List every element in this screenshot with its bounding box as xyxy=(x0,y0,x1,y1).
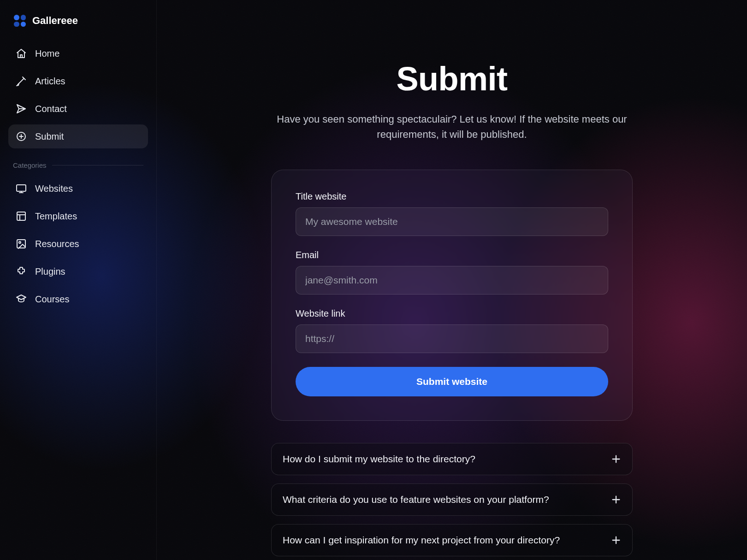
sidebar-item-submit[interactable]: Submit xyxy=(8,124,148,148)
templates-icon xyxy=(16,211,27,222)
faq-question: How can I get inspiration for my next pr… xyxy=(283,535,560,546)
svg-point-4 xyxy=(19,242,21,243)
submit-icon xyxy=(16,131,27,142)
sidebar-item-websites[interactable]: Websites xyxy=(8,177,148,200)
email-input[interactable] xyxy=(296,266,608,295)
courses-icon xyxy=(16,294,27,305)
faq-item[interactable]: What criteria do you use to feature webs… xyxy=(271,483,633,516)
sidebar-item-label: Websites xyxy=(35,183,73,194)
sidebar-item-label: Resources xyxy=(35,239,79,249)
plus-icon xyxy=(611,454,621,464)
brand-name: Gallereee xyxy=(32,15,78,27)
sidebar-item-label: Courses xyxy=(35,294,69,305)
sidebar-item-label: Plugins xyxy=(35,266,65,277)
submit-button[interactable]: Submit website xyxy=(296,367,608,396)
sidebar-item-contact[interactable]: Contact xyxy=(8,97,148,121)
sidebar-item-articles[interactable]: Articles xyxy=(8,69,148,93)
faq-question: What criteria do you use to feature webs… xyxy=(283,494,549,505)
sidebar-item-home[interactable]: Home xyxy=(8,41,148,65)
svg-rect-1 xyxy=(17,185,26,191)
faq-list: How do I submit my website to the direct… xyxy=(271,443,633,556)
sidebar-item-resources[interactable]: Resources xyxy=(8,232,148,256)
articles-icon xyxy=(16,76,27,87)
sidebar-item-label: Contact xyxy=(35,104,67,114)
link-input[interactable] xyxy=(296,324,608,353)
page-title: Submit xyxy=(397,60,508,98)
submit-form-card: Title website Email Website link Submit … xyxy=(271,170,633,421)
sidebar-categories-header: Categories xyxy=(8,152,148,173)
plus-icon xyxy=(611,535,621,545)
home-icon xyxy=(16,48,27,59)
brand-logo-icon xyxy=(14,15,26,27)
contact-icon xyxy=(16,103,27,114)
svg-rect-2 xyxy=(17,212,25,220)
sidebar-item-courses[interactable]: Courses xyxy=(8,287,148,311)
page-subtitle: Have you seen something spectaculair? Le… xyxy=(272,112,632,142)
sidebar-categories-label: Categories xyxy=(13,161,47,169)
resources-icon xyxy=(16,238,27,249)
faq-question: How do I submit my website to the direct… xyxy=(283,454,475,465)
sidebar-item-label: Home xyxy=(35,48,59,59)
email-label: Email xyxy=(296,250,608,260)
sidebar-item-label: Submit xyxy=(35,131,64,142)
svg-rect-3 xyxy=(17,240,25,248)
sidebar-item-label: Articles xyxy=(35,76,65,87)
plugins-icon xyxy=(16,266,27,277)
sidebar-item-label: Templates xyxy=(35,211,77,222)
websites-icon xyxy=(16,183,27,194)
faq-item[interactable]: How can I get inspiration for my next pr… xyxy=(271,524,633,556)
link-label: Website link xyxy=(296,308,608,319)
title-input[interactable] xyxy=(296,207,608,236)
sidebar-item-templates[interactable]: Templates xyxy=(8,204,148,228)
sidebar-item-plugins[interactable]: Plugins xyxy=(8,259,148,283)
sidebar: Gallereee Home Articles Contact Submit xyxy=(0,0,157,560)
brand: Gallereee xyxy=(8,11,148,38)
faq-item[interactable]: How do I submit my website to the direct… xyxy=(271,443,633,475)
plus-icon xyxy=(611,495,621,505)
title-label: Title website xyxy=(296,191,608,202)
main-content: Submit Have you seen something spectacul… xyxy=(157,0,747,560)
